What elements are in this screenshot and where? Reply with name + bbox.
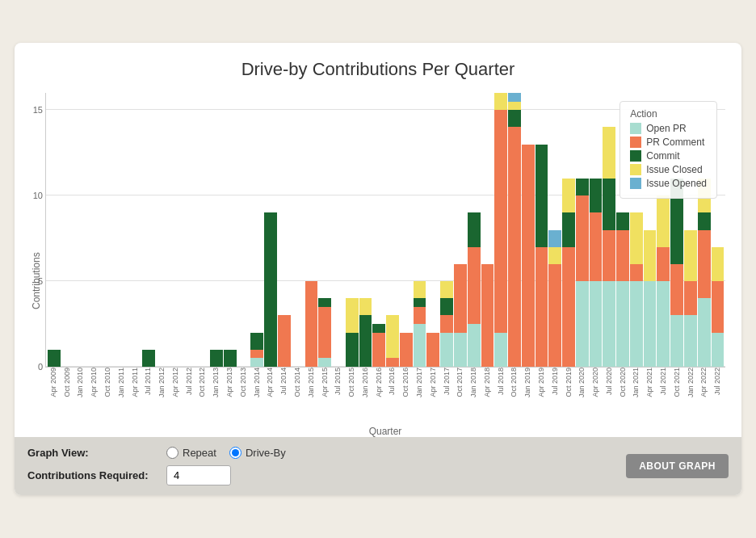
- x-tick-label: Apr 2011: [131, 368, 139, 397]
- y-tick-label: 10: [33, 191, 43, 200]
- bar-segment-commit: [414, 298, 426, 307]
- x-tick: Oct 2018: [508, 368, 521, 424]
- bar-group: [142, 93, 155, 367]
- chart-title: Drive-by Contributions Per Quarter: [31, 59, 725, 80]
- bar-segment-pr_comment: [712, 281, 724, 333]
- x-tick-label: Oct 2015: [347, 368, 355, 397]
- bar-segment-pr_comment: [305, 281, 318, 367]
- x-tick: Jul 2022: [711, 368, 724, 424]
- x-tick: Oct 2014: [291, 368, 304, 424]
- bar-group: [440, 93, 453, 367]
- x-tick-label: Jan 2011: [117, 368, 125, 397]
- bar-segment-pr_comment: [590, 212, 603, 281]
- bar-group: [292, 93, 304, 367]
- legend-item-label: PR Comment: [646, 137, 704, 148]
- legend-item: Issue Closed: [630, 164, 707, 175]
- bar-segment-open_pr: [630, 281, 643, 367]
- x-tick: Jul 2012: [183, 368, 195, 424]
- bar-segment-pr_comment: [562, 247, 575, 367]
- bar-segment-open_pr: [670, 315, 683, 367]
- x-tick-label: Apr 2016: [375, 368, 383, 397]
- bar-segment-commit: [536, 145, 548, 247]
- bar-segment-pr_comment: [508, 127, 521, 367]
- x-tick: Apr 2021: [643, 368, 656, 424]
- bar-segment-issue_closed: [508, 102, 521, 111]
- x-tick-label: Jan 2010: [76, 368, 84, 397]
- x-tick: Jan 2019: [521, 368, 534, 424]
- bar-segment-open_pr: [414, 324, 426, 367]
- x-tick: Apr 2017: [426, 368, 439, 424]
- repeat-radio[interactable]: [166, 447, 178, 459]
- x-tick-label: Apr 2022: [699, 368, 708, 397]
- repeat-radio-label[interactable]: Repeat: [166, 447, 216, 459]
- bar-group: [129, 93, 142, 367]
- bar-group: [603, 93, 615, 367]
- bar-segment-issue_opened: [508, 93, 521, 102]
- x-tick-label: Apr 2015: [321, 368, 329, 397]
- bar-segment-issue_closed: [630, 212, 643, 264]
- about-graph-button[interactable]: ABOUT GRAPH: [626, 454, 729, 478]
- bar-group: [318, 93, 331, 367]
- legend-item-label: Commit: [646, 150, 679, 162]
- bar-segment-pr_comment: [426, 333, 439, 367]
- bar-group: [562, 93, 575, 367]
- x-tick: Oct 2010: [101, 368, 114, 424]
- x-tick: Oct 2013: [237, 368, 250, 424]
- drive-by-radio-text: Drive-By: [246, 447, 286, 459]
- bar-segment-commit: [590, 179, 603, 212]
- x-tick-label: Oct 2014: [293, 368, 301, 397]
- bar-group: [278, 93, 291, 367]
- x-tick-label: Apr 2010: [90, 368, 98, 397]
- contributions-required-input[interactable]: [166, 465, 231, 485]
- bar-segment-issue_closed: [644, 230, 657, 282]
- drive-by-radio-label[interactable]: Drive-By: [229, 447, 286, 459]
- x-tick-label: Oct 2012: [198, 368, 206, 397]
- bar-segment-pr_comment: [318, 307, 331, 359]
- bar-group: [196, 93, 209, 367]
- x-tick-label: Apr 2017: [429, 368, 437, 397]
- bar-segment-open_pr: [657, 281, 670, 367]
- drive-by-radio[interactable]: [229, 447, 242, 459]
- bar-segment-commit: [440, 298, 453, 315]
- x-tick-label: Oct 2010: [103, 368, 111, 397]
- graph-view-label: Graph View:: [27, 447, 157, 459]
- x-axis-title: Quarter: [45, 426, 725, 437]
- x-tick-label: Jan 2012: [158, 368, 166, 397]
- bar-segment-open_pr: [468, 324, 481, 367]
- bar-segment-pr_comment: [684, 281, 697, 315]
- x-tick-label: Jan 2016: [361, 368, 369, 397]
- x-axis: Apr 2009Oct 2009Jan 2010Apr 2010Oct 2010…: [45, 368, 725, 424]
- x-tick-label: Oct 2020: [619, 368, 627, 397]
- bar-group: [400, 93, 413, 367]
- x-tick: Apr 2009: [47, 368, 60, 424]
- bar-segment-commit: [346, 333, 359, 367]
- bar-segment-pr_comment: [494, 110, 507, 332]
- bar-segment-pr_comment: [576, 195, 589, 281]
- x-tick: Jan 2018: [467, 368, 480, 424]
- bar-segment-open_pr: [454, 333, 467, 367]
- bar-segment-open_pr: [494, 333, 507, 367]
- bar-segment-commit: [250, 333, 263, 350]
- x-tick-label: Jan 2022: [687, 368, 695, 397]
- x-tick: Oct 2016: [399, 368, 412, 424]
- bar-group: [156, 93, 169, 367]
- bar-segment-issue_closed: [346, 298, 359, 332]
- x-tick-label: Jul 2011: [144, 368, 152, 395]
- x-tick-label: Jan 2018: [469, 368, 477, 397]
- x-tick: Oct 2017: [453, 368, 466, 424]
- x-tick-label: Jan 2013: [212, 368, 220, 397]
- bar-group: [481, 93, 494, 367]
- x-tick-label: Oct 2021: [673, 368, 681, 397]
- bar-group: [170, 93, 183, 367]
- x-tick-label: Apr 2014: [266, 368, 274, 397]
- bar-segment-issue_closed: [712, 247, 724, 281]
- bar-segment-commit: [224, 350, 237, 367]
- x-tick: Oct 2009: [61, 368, 74, 424]
- contributions-required-label: Contributions Required:: [27, 469, 157, 481]
- bar-group: [88, 93, 101, 367]
- y-axis-label: Contributions: [31, 93, 42, 437]
- bar-segment-open_pr: [684, 315, 697, 367]
- bar-group: [61, 93, 74, 367]
- legend-swatch: [630, 123, 641, 134]
- y-tick-label: 0: [38, 362, 43, 372]
